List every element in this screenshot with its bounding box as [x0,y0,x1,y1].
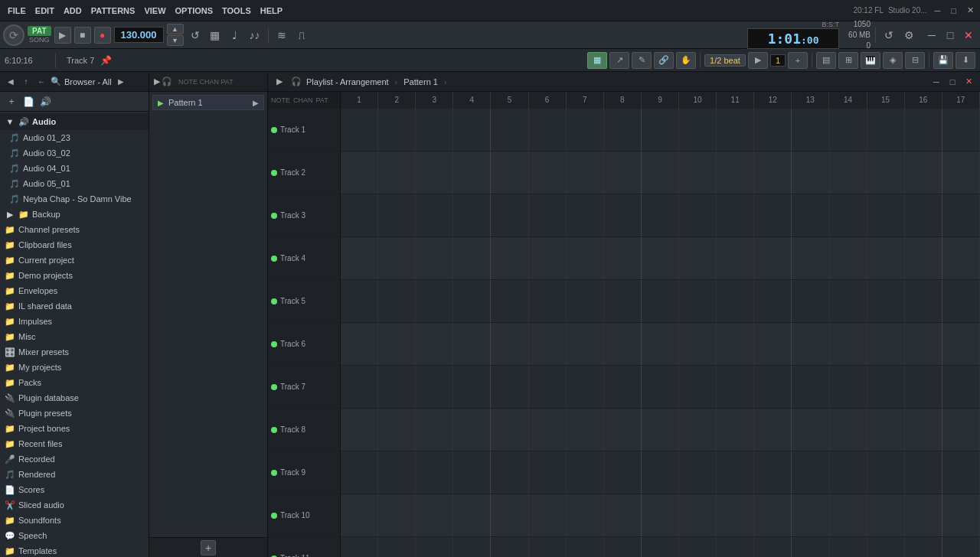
menu-add[interactable]: ADD [59,5,87,17]
sidebar-volume-btn[interactable]: 🔊 [38,95,52,109]
track-10-green-dot[interactable] [271,513,277,519]
track-7-green-dot[interactable] [271,384,277,390]
playlist-view-btn[interactable]: ▦ [587,52,607,69]
fx-btn[interactable]: ⎍ [293,27,310,44]
playlist-max-btn[interactable]: □ [946,75,959,89]
time-sig-btn2[interactable]: ▼ [167,35,184,46]
tool-draw-btn[interactable]: ✎ [632,52,652,69]
track-pin-btn[interactable]: 📌 [100,55,112,66]
menu-tools[interactable]: TOOLS [217,5,256,17]
time-sig-btn1[interactable]: ▲ [167,24,184,34]
step-btn[interactable]: ▦ [207,27,224,44]
playlist-min-btn[interactable]: ─ [929,75,943,89]
track-5-cells[interactable] [341,280,980,322]
track-10-cells[interactable] [341,494,980,536]
track-9-green-dot[interactable] [271,470,277,476]
save-btn[interactable]: 💾 [933,52,953,69]
track-8-cells[interactable] [341,409,980,451]
pat-button[interactable]: PAT [28,26,51,36]
snap-up-btn[interactable]: + [788,52,808,69]
track-9-cells[interactable] [341,451,980,493]
sidebar-item-current-project[interactable]: 📁 Current project [0,252,149,268]
track-4-green-dot[interactable] [271,256,277,262]
sidebar-item-envelopes[interactable]: 📁 Envelopes [0,283,149,298]
metronome-btn[interactable]: ♪♪ [247,27,263,44]
sidebar-up-btn[interactable]: ↑ [20,76,32,88]
track-11-cells[interactable] [341,537,980,557]
track-4-cells[interactable] [341,237,980,279]
win-max-btn[interactable]: □ [942,27,959,44]
sidebar-add-btn[interactable]: + [5,95,18,109]
beat-selector[interactable]: 1/2 beat [704,54,746,67]
sidebar-item-misc[interactable]: 📁 Misc [0,329,149,344]
sidebar-item-impulses[interactable]: 📁 Impulses [0,314,149,329]
window-maximize-btn[interactable]: □ [948,6,959,15]
sidebar-file-btn[interactable]: 📄 [21,95,35,109]
play-from-btn[interactable]: ▶ [748,52,768,69]
playlist-close-btn2[interactable]: ✕ [962,75,975,89]
main-knob[interactable]: ⟳ [3,24,24,46]
pattern-btn[interactable]: ◈ [883,52,903,69]
track-3-green-dot[interactable] [271,213,277,219]
win-min-btn[interactable]: ─ [923,27,940,44]
sidebar-pin-btn[interactable]: ▶ [115,76,127,88]
sidebar-item-audio05[interactable]: 🎵 Audio 05_01 [0,176,149,191]
menu-patterns[interactable]: PATTERNS [87,5,140,17]
sidebar-item-demo[interactable]: 📁 Demo projects [0,268,149,283]
sidebar-item-audio[interactable]: ▼ 🔊 Audio [0,113,149,130]
sidebar-item-soundfonts[interactable]: 📁 Soundfonts [0,513,149,528]
sidebar-item-project-bones[interactable]: 📁 Project bones [0,421,149,436]
refresh-btn[interactable]: ↺ [880,27,897,44]
sidebar-item-rendered[interactable]: 🎵 Rendered [0,467,149,482]
track-7-cells[interactable] [341,366,980,408]
track-2-cells[interactable] [341,151,980,194]
menu-file[interactable]: FILE [3,5,31,17]
loop-btn[interactable]: ↺ [187,27,204,44]
stop-button[interactable]: ■ [74,27,91,44]
sidebar-item-speech[interactable]: 💬 Speech [0,528,149,543]
record-button[interactable]: ● [94,27,111,44]
sidebar-item-channel-presets[interactable]: 📁 Channel presets [0,222,149,237]
pattern-headphone-btn[interactable]: 🎧 [162,77,172,86]
sidebar-item-my-projects[interactable]: 📁 My projects [0,360,149,375]
playlist-headphone-btn[interactable]: 🎧 [289,75,303,89]
sidebar-item-scores[interactable]: 📄 Scores [0,482,149,497]
piano-roll-btn[interactable]: 🎹 [861,52,880,69]
menu-view[interactable]: VIEW [139,5,170,17]
menu-edit[interactable]: EDIT [31,5,59,17]
render-btn[interactable]: ⬇ [956,52,975,69]
playlist-play-btn[interactable]: ▶ [273,75,286,89]
sidebar-item-sliced-audio[interactable]: ✂️ Sliced audio [0,497,149,513]
sidebar-item-recent-files[interactable]: 📁 Recent files [0,436,149,451]
sidebar-item-audio03[interactable]: 🎵 Audio 03_02 [0,145,149,161]
sidebar-item-audio04[interactable]: 🎵 Audio 04_01 [0,161,149,176]
tool-mute-btn[interactable]: ✋ [676,52,696,69]
window-minimize-btn[interactable]: ─ [932,6,944,15]
eq-btn[interactable]: ≋ [273,27,290,44]
sidebar-item-il-shared[interactable]: 📁 IL shared data [0,298,149,314]
pattern-add-button[interactable]: + [201,540,216,555]
tracks-grid[interactable]: NOTE CHAN PAT 1 2 3 4 5 6 7 8 9 10 [268,92,980,557]
pattern-item-1[interactable]: ▶ Pattern 1 ▶ [152,95,264,110]
track-8-green-dot[interactable] [271,427,277,433]
sidebar-item-plugin-presets[interactable]: 🔌 Plugin presets [0,406,149,421]
win-close-btn[interactable]: ✕ [960,27,977,44]
sidebar-collapse-btn[interactable]: ◀ [5,76,17,88]
step-seq-btn[interactable]: ⊟ [905,52,925,69]
beat-btn[interactable]: ♩ [227,27,243,44]
track-2-green-dot[interactable] [271,170,277,176]
sidebar-item-packs[interactable]: 📁 Packs [0,375,149,390]
window-close-btn[interactable]: ✕ [964,5,977,15]
sidebar-item-neyba[interactable]: 🎵 Neyba Chap - So Damn Vibe [0,191,149,207]
sidebar-item-plugin-db[interactable]: 🔌 Plugin database [0,390,149,406]
track-6-green-dot[interactable] [271,341,277,347]
menu-options[interactable]: OPTIONS [171,5,218,17]
sidebar-item-clipboard[interactable]: 📁 Clipboard files [0,237,149,252]
pattern-play-btn[interactable]: ▶ [154,77,160,86]
bpm-display[interactable]: 130.000 [114,27,164,43]
track-6-cells[interactable] [341,323,980,365]
tool-link-btn[interactable]: 🔗 [654,52,674,69]
menu-help[interactable]: HELP [256,5,287,17]
sidebar-item-recorded[interactable]: 🎤 Recorded [0,451,149,467]
sidebar-item-backup[interactable]: ▶ 📁 Backup [0,207,149,222]
